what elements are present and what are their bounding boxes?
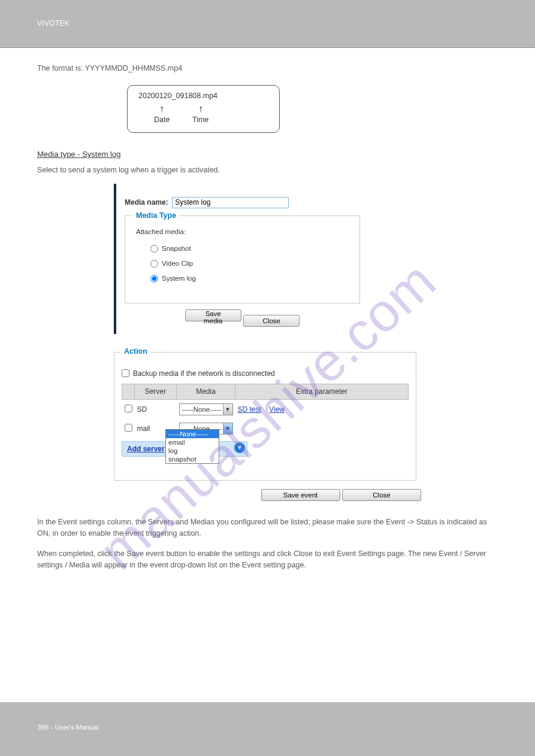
chevron-down-icon: ▼ [223,423,232,434]
dropdown-option-log[interactable]: log [166,447,219,455]
action-legend: Action [120,347,151,356]
media-type-fieldset: Media Type Attached media: Snapshot Vide… [125,215,360,303]
th-extra: Extra parameter [235,384,409,399]
header-bar: VIVOTEK [0,0,535,48]
view-link[interactable]: View [269,405,285,414]
action-table: Server Media Extra parameter SD -----Non… [122,384,409,438]
systemlog-desc: Select to send a system log when a trigg… [37,165,498,176]
th-server: Server [135,384,177,399]
dropdown-option-snapshot[interactable]: snapshot [166,455,219,463]
table-row-sd: SD -----None----- ▼ SD test View [122,399,409,419]
media-name-input[interactable] [172,197,289,208]
backup-media-checkbox-row[interactable]: Backup media if the network is disconnec… [122,369,409,378]
add-server-link[interactable]: Add server [127,445,165,453]
backup-media-checkbox[interactable] [122,369,129,377]
sd-media-value: -----None----- [182,406,222,413]
radio-systemlog[interactable]: System log [150,275,351,283]
radio-videoclip-input[interactable] [150,260,158,268]
radio-systemlog-label: System log [162,275,196,282]
radio-snapshot[interactable]: Snapshot [150,245,351,253]
intro-text: The format is: YYYYMMDD_HHMMSS.mp4 [37,63,498,74]
header-title: VIVOTEK [37,19,69,28]
dropdown-option-email[interactable]: email [166,438,219,447]
footer-page: 356 - User's Manual [37,724,99,731]
action-panel: Action Backup media if the network is di… [114,352,416,481]
radio-systemlog-input[interactable] [150,275,158,283]
radio-videoclip-label: Video Clip [162,260,193,267]
sd-label: SD [135,399,177,419]
radio-snapshot-input[interactable] [150,245,158,253]
arrow-up-icon: ↑ [198,104,203,114]
close-event-button[interactable]: Close [342,489,421,501]
filename-example-box: 20200120_091808.mp4 ↑ ↑ Date Time [127,85,280,133]
close-media-button[interactable]: Close [243,315,300,327]
attached-media-label: Attached media: [136,228,351,235]
after-paragraph-2: When completed, click the Save event but… [37,548,498,572]
filename-example: 20200120_091808.mp4 [138,92,217,100]
th-media: Media [177,384,235,399]
filename-time-label: Time [192,116,208,124]
filename-date-label: Date [154,116,170,124]
chevron-down-icon: ▼ [223,404,232,415]
mail-checkbox[interactable] [125,424,132,432]
sd-checkbox[interactable] [125,405,132,412]
media-type-legend: Media Type [132,211,180,220]
after-paragraph-1: In the Event settings column, the Server… [37,517,498,540]
dropdown-option-none[interactable]: -----None----- [166,430,219,438]
sd-test-link[interactable]: SD test [238,405,261,414]
section-heading-systemlog: Media type - System log [37,150,498,159]
media-name-label: Media name: [125,198,168,207]
save-media-button[interactable]: Save media [185,309,241,321]
sd-media-select[interactable]: -----None----- ▼ [179,403,233,415]
save-event-button[interactable]: Save event [261,489,340,501]
page-content: The format is: YYYYMMDD_HHMMSS.mp4 20200… [0,48,535,571]
radio-videoclip[interactable]: Video Clip [150,260,351,268]
footer-bar: 356 - User's Manual [0,702,535,756]
media-config-panel: Media name: Media Type Attached media: S… [114,184,368,334]
backup-media-label: Backup media if the network is disconnec… [133,369,275,378]
dropdown-toggle-icon[interactable]: ▼ [234,442,245,453]
action-fieldset: Action Backup media if the network is di… [114,352,416,481]
media-dropdown-open: -----None----- email log snapshot [165,429,219,464]
radio-snapshot-label: Snapshot [162,245,191,252]
arrow-up-icon: ↑ [159,104,164,114]
